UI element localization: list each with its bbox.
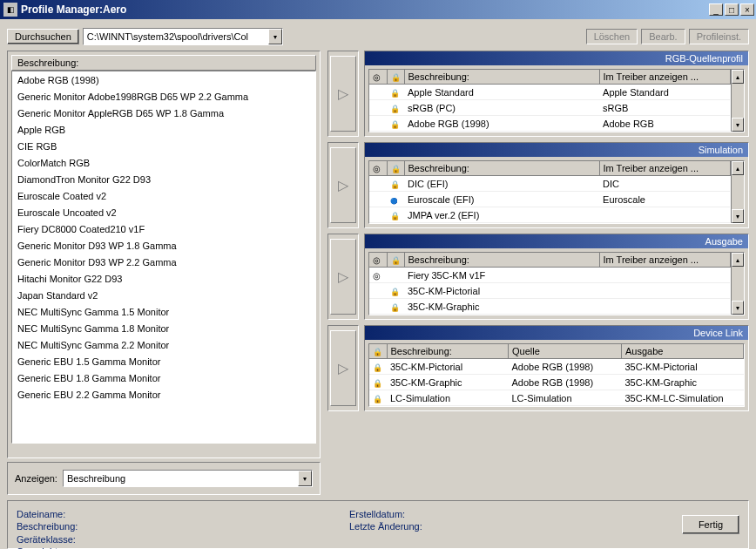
app-icon: ◧: [3, 3, 17, 17]
rgb-table[interactable]: Beschreibung: Im Treiber anzeigen ... Ap…: [369, 70, 731, 132]
list-item[interactable]: Adobe RGB (1998): [12, 71, 315, 88]
list-item[interactable]: Generic Monitor Adobe1998RGB D65 WP 2.2 …: [12, 88, 315, 105]
list-item[interactable]: Generic Monitor D93 WP 2.2 Gamma: [12, 254, 315, 270]
lock-icon: [390, 302, 400, 312]
anzeigen-value: Beschreibung: [67, 473, 125, 484]
anzeigen-label: Anzeigen:: [15, 473, 57, 484]
window-title: Profile Manager:Aero: [21, 3, 707, 16]
flag-icon: [390, 194, 398, 205]
sim-table[interactable]: Beschreibung: Im Treiber anzeigen ... DI…: [369, 161, 731, 223]
list-item[interactable]: NEC MultiSync Gamma 1.5 Monitor: [12, 303, 315, 320]
out-assign-button[interactable]: [327, 234, 359, 320]
title-bar: ◧ Profile Manager:Aero _ □ ×: [0, 0, 756, 19]
out-col-drv: Im Treiber anzeigen ...: [599, 253, 730, 268]
rgb-assign-button[interactable]: [327, 51, 359, 137]
target-icon: [373, 254, 381, 265]
list-item[interactable]: DiamondTron Monitor G22 D93: [12, 171, 315, 187]
list-item[interactable]: Hitachi Monitor G22 D93: [12, 270, 315, 287]
table-row[interactable]: 35C-KM-Graphic: [369, 299, 730, 315]
lock-icon: [390, 179, 400, 189]
info-desc: Beschreibung:: [17, 520, 349, 532]
edit-button[interactable]: Bearb.: [641, 29, 685, 44]
info-created: Erstelldatum:: [349, 508, 682, 520]
maximize-button[interactable]: □: [725, 3, 739, 16]
devicelink-section: Device Link Beschreibung: Quelle Ausgabe…: [327, 325, 749, 411]
path-dropdown-icon[interactable]: [268, 29, 282, 44]
out-col-desc: Beschreibung:: [404, 253, 599, 268]
lock-icon: [390, 286, 400, 296]
profileinst-button[interactable]: Profileinst.: [689, 29, 749, 44]
rgb-title: RGB-Quellenprofil: [365, 51, 748, 65]
list-item[interactable]: Generic Monitor D93 WP 1.8 Gamma: [12, 237, 315, 254]
delete-button[interactable]: Löschen: [586, 29, 638, 44]
table-row[interactable]: sRGB (PC)sRGB: [369, 100, 730, 116]
dl-col-src: Quelle: [509, 344, 622, 359]
out-title: Ausgabe: [365, 234, 748, 248]
browse-button[interactable]: Durchsuchen: [7, 29, 79, 44]
target-icon: [373, 270, 381, 281]
list-item[interactable]: ColorMatch RGB: [12, 154, 315, 171]
list-item[interactable]: Generic EBU 1.5 Gamma Monitor: [12, 353, 315, 369]
path-combo[interactable]: C:\WINNT\system32\spool\drivers\Col: [83, 28, 283, 45]
out-scrollbar[interactable]: ▴▾: [731, 253, 744, 315]
table-row[interactable]: 35C-KM-PictorialAdobe RGB (1998)35C-KM-P…: [369, 359, 744, 375]
info-copyright: Copyright:: [17, 546, 349, 549]
lock-icon: [373, 346, 382, 356]
list-item[interactable]: Generic Monitor AppleRGB D65 WP 1.8 Gamm…: [12, 105, 315, 121]
sim-col-drv: Im Treiber anzeigen ...: [599, 161, 730, 176]
rgb-col-drv: Im Treiber anzeigen ...: [599, 70, 730, 85]
out-table[interactable]: Beschreibung: Im Treiber anzeigen ... Fi…: [369, 253, 731, 315]
sim-assign-button[interactable]: [327, 142, 359, 228]
done-button[interactable]: Fertig: [682, 515, 739, 534]
info-panel: Dateiname: Beschreibung: Geräteklasse: C…: [7, 500, 749, 549]
table-row[interactable]: 35C-KM-GraphicAdobe RGB (1998)35C-KM-Gra…: [369, 375, 744, 390]
output-section: Ausgabe Beschreibung: Im Treiber anzeige…: [327, 234, 749, 320]
list-item[interactable]: CIE RGB: [12, 138, 315, 154]
target-icon: [373, 71, 381, 82]
table-row[interactable]: Adobe RGB (1998)Adobe RGB: [369, 116, 730, 132]
left-list-header: Beschreibung:: [11, 55, 316, 71]
close-button[interactable]: ×: [740, 3, 754, 16]
info-filename: Dateiname:: [17, 508, 349, 520]
lock-icon: [390, 119, 400, 129]
table-row[interactable]: LC-SimulationLC-Simulation35C-KM-LC-Simu…: [369, 390, 744, 406]
table-row[interactable]: 35C-KM-Pictorial: [369, 283, 730, 299]
anzeigen-select[interactable]: Beschreibung: [63, 470, 313, 487]
rgb-scrollbar[interactable]: ▴▾: [731, 70, 744, 132]
minimize-button[interactable]: _: [709, 3, 723, 16]
dl-table[interactable]: Beschreibung: Quelle Ausgabe 35C-KM-Pict…: [369, 344, 744, 406]
list-item[interactable]: Japan Standard v2: [12, 287, 315, 303]
table-row[interactable]: Fiery 35C-KM v1F: [369, 268, 730, 283]
list-item[interactable]: NEC MultiSync Gamma 2.2 Monitor: [12, 336, 315, 353]
table-row[interactable]: JMPA ver.2 (EFI): [369, 207, 730, 223]
info-class: Geräteklasse:: [17, 533, 349, 546]
sim-scrollbar[interactable]: ▴▾: [731, 161, 744, 223]
list-item[interactable]: Apple RGB: [12, 121, 315, 138]
lock-icon: [391, 71, 401, 82]
list-item[interactable]: Generic EBU 2.2 Gamma Monitor: [12, 386, 315, 403]
profile-listbox[interactable]: Adobe RGB (1998)Generic Monitor Adobe199…: [11, 71, 316, 444]
path-value: C:\WINNT\system32\spool\drivers\Col: [87, 31, 248, 42]
list-item[interactable]: Euroscale Coated v2: [12, 187, 315, 204]
rgb-section: RGB-Quellenprofil Beschreibung: Im Treib…: [327, 51, 749, 137]
dl-col-desc: Beschreibung:: [387, 344, 509, 359]
lock-icon: [373, 362, 382, 372]
simulation-section: Simulation Beschreibung: Im Treiber anze…: [327, 142, 749, 228]
table-row[interactable]: DIC (EFI)DIC: [369, 176, 730, 192]
list-item[interactable]: NEC MultiSync Gamma 1.8 Monitor: [12, 320, 315, 336]
anzeigen-dropdown-icon[interactable]: [298, 471, 312, 486]
dl-col-out: Ausgabe: [622, 344, 744, 359]
table-row[interactable]: Euroscale (EFI)Euroscale: [369, 192, 730, 207]
lock-icon: [390, 87, 400, 98]
dl-assign-button[interactable]: [327, 325, 359, 411]
list-item[interactable]: Generic EBU 1.8 Gamma Monitor: [12, 369, 315, 386]
dl-title: Device Link: [365, 326, 748, 340]
list-item[interactable]: Fiery DC8000 Coated210 v1F: [12, 220, 315, 237]
sim-col-desc: Beschreibung:: [404, 161, 599, 176]
lock-icon: [390, 210, 400, 220]
table-row[interactable]: Apple StandardApple Standard: [369, 85, 730, 100]
list-item[interactable]: Euroscale Uncoated v2: [12, 204, 315, 220]
info-modified: Letzte Änderung:: [349, 520, 682, 532]
lock-icon: [391, 254, 401, 265]
lock-icon: [373, 393, 382, 403]
